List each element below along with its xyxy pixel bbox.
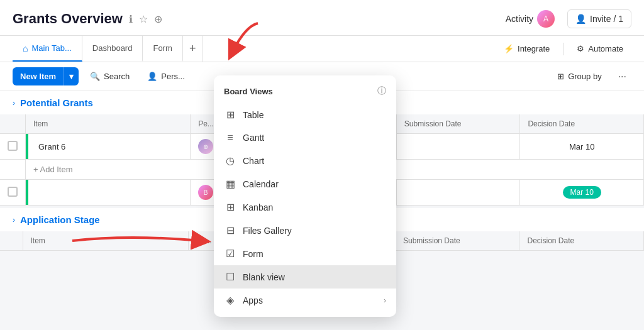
- person-icon: 👤: [575, 14, 586, 24]
- app-col-item: Item: [23, 231, 188, 251]
- col-decision-date: Decision Date: [520, 114, 644, 134]
- row-submission-date: [396, 134, 520, 160]
- app-col-decision: Decision Date: [519, 231, 644, 251]
- application-stage-chevron: ›: [13, 216, 15, 224]
- blank-view-icon: ☐: [224, 271, 236, 283]
- group-by-label: Group by: [568, 72, 601, 81]
- new-item-button[interactable]: New Item ▾: [13, 67, 79, 85]
- add-icon[interactable]: ⊕: [154, 13, 162, 25]
- dropdown-item-kanban[interactable]: ⊞ Kanban: [214, 195, 396, 219]
- potential-grants-chevron: ›: [13, 99, 15, 107]
- app-container: Grants Overview ℹ ☆ ⊕ Activity A 👤 Invit…: [0, 0, 644, 330]
- dropdown-item-blank-view[interactable]: ☐ Blank view: [214, 265, 396, 289]
- tab-form[interactable]: Form: [143, 36, 182, 62]
- integrate-button[interactable]: ⚡ Integrate: [496, 40, 558, 58]
- dropdown-item-files-gallery[interactable]: ⊟ Files Gallery: [214, 219, 396, 242]
- dropdown-item-calendar[interactable]: ▦ Calendar: [214, 172, 396, 195]
- more-options-button[interactable]: ···: [613, 69, 631, 85]
- tab-main[interactable]: ⌂ Main Tab...: [13, 36, 82, 62]
- integrate-icon: ⚡: [504, 44, 514, 53]
- new-item-dropdown-arrow[interactable]: ▾: [64, 67, 79, 85]
- item-label: Grant 6: [33, 142, 65, 151]
- col-checkbox: [0, 114, 26, 134]
- automate-button[interactable]: ⚙ Automate: [569, 40, 631, 58]
- row2-decision: Mar 10: [520, 180, 644, 206]
- row-item-name: Grant 6: [26, 134, 191, 160]
- apps-icon: ◈: [224, 294, 236, 306]
- person-filter-button[interactable]: 👤 Pers...: [141, 68, 191, 85]
- table-icon: ⊞: [224, 109, 236, 121]
- calendar-icon: ▦: [224, 178, 236, 190]
- row-decision-date: Mar 10: [520, 134, 644, 160]
- header-right: Activity A 👤 Invite / 1: [501, 8, 631, 30]
- dropdown-table-label: Table: [243, 110, 386, 120]
- dropdown-info-icon[interactable]: ⓘ: [377, 85, 386, 97]
- invite-label: Invite / 1: [590, 14, 623, 24]
- dropdown-kanban-label: Kanban: [243, 202, 386, 212]
- date-pill-mar10: Mar 10: [563, 186, 601, 199]
- search-button[interactable]: 🔍 Search: [84, 68, 136, 85]
- activity-label: Activity: [506, 14, 533, 24]
- col-item: Item: [26, 114, 191, 134]
- row2-item: [26, 180, 191, 206]
- person-filter-icon: 👤: [147, 72, 157, 81]
- dropdown-item-form[interactable]: ☑ Form: [214, 242, 396, 265]
- files-gallery-icon: ⊟: [224, 224, 236, 236]
- dropdown-gantt-label: Gantt: [243, 133, 386, 143]
- tab-form-label: Form: [153, 43, 172, 53]
- app-col-submission: Submission Date: [395, 231, 519, 251]
- page-title: Grants Overview: [13, 11, 123, 27]
- automate-icon: ⚙: [577, 44, 584, 53]
- person-filter-label: Pers...: [161, 72, 185, 81]
- dropdown-item-table[interactable]: ⊞ Table: [214, 103, 396, 126]
- dropdown-form-label: Form: [243, 249, 386, 259]
- tab-dashboard[interactable]: Dashboard: [82, 36, 143, 62]
- group-by-button[interactable]: ⊞ Group by: [551, 68, 608, 85]
- tab-main-label: Main Tab...: [31, 43, 71, 53]
- new-item-label: New Item: [13, 67, 64, 85]
- gantt-icon: ≡: [224, 132, 236, 143]
- application-stage-title: Application Stage: [20, 214, 100, 225]
- tabs-bar: ⌂ Main Tab... Dashboard Form + ⚡ Integra…: [0, 36, 644, 62]
- star-icon[interactable]: ☆: [139, 13, 148, 25]
- potential-grants-title: Potential Grants: [20, 97, 93, 108]
- dropdown-chart-label: Chart: [243, 156, 386, 166]
- dropdown-blank-view-label: Blank view: [243, 272, 386, 282]
- row-checkbox[interactable]: [0, 134, 26, 160]
- dropdown-item-apps[interactable]: ◈ Apps ›: [214, 289, 396, 312]
- row2-checkbox[interactable]: [0, 180, 26, 206]
- row2-avatar: B: [198, 185, 213, 200]
- add-item-checkbox-cell: [0, 160, 26, 180]
- search-label: Search: [104, 72, 130, 81]
- tab-divider: [563, 43, 564, 55]
- person-avatar: ⊕: [198, 139, 213, 154]
- avatar: A: [537, 10, 555, 28]
- dropdown-calendar-label: Calendar: [243, 179, 386, 189]
- header-left: Grants Overview ℹ ☆ ⊕: [13, 11, 162, 27]
- tab-add-button[interactable]: +: [183, 36, 203, 62]
- tabs-right: ⚡ Integrate ⚙ Automate: [496, 40, 631, 58]
- activity-button[interactable]: Activity A: [501, 8, 560, 30]
- board-views-dropdown: Board Views ⓘ ⊞ Table ≡ Gantt ◷ Chart ▦ …: [214, 75, 396, 317]
- dropdown-files-label: Files Gallery: [243, 226, 386, 236]
- tabs-left: ⌂ Main Tab... Dashboard Form +: [13, 36, 203, 62]
- dropdown-item-gantt[interactable]: ≡ Gantt: [214, 126, 396, 149]
- integrate-label: Integrate: [518, 44, 550, 53]
- col-submission-date: Submission Date: [396, 114, 520, 134]
- info-icon[interactable]: ℹ: [129, 13, 133, 25]
- app-col-checkbox: [0, 231, 23, 251]
- kanban-icon: ⊞: [224, 201, 236, 213]
- home-icon: ⌂: [23, 43, 28, 53]
- tab-dashboard-label: Dashboard: [92, 43, 133, 53]
- form-icon: ☑: [224, 248, 236, 260]
- apps-chevron: ›: [384, 296, 386, 305]
- group-by-icon: ⊞: [557, 72, 564, 81]
- dropdown-title: Board Views: [224, 87, 273, 96]
- dropdown-item-chart[interactable]: ◷ Chart: [214, 149, 396, 172]
- dropdown-header: Board Views ⓘ: [214, 80, 396, 103]
- checkbox-input-2[interactable]: [8, 187, 18, 197]
- checkbox-input[interactable]: [8, 141, 18, 151]
- invite-button[interactable]: 👤 Invite / 1: [567, 9, 631, 28]
- more-dots-icon: ···: [618, 71, 626, 82]
- chart-icon: ◷: [224, 155, 236, 167]
